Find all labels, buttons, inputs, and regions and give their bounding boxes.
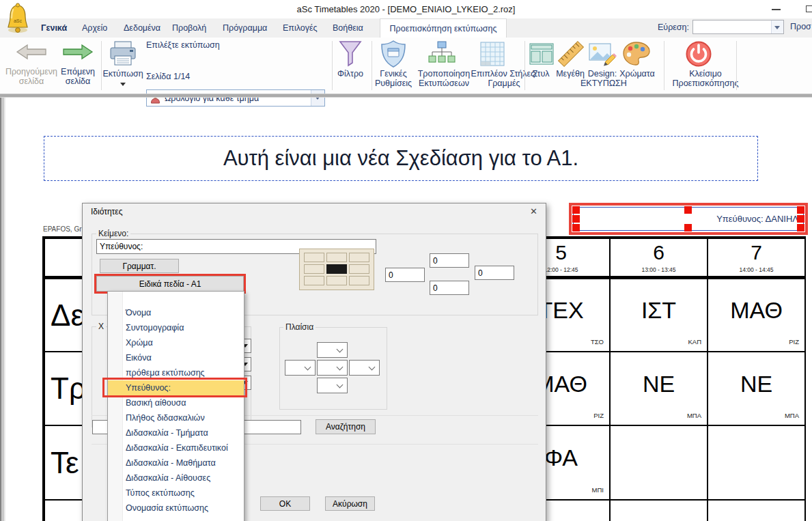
margin-right-input[interactable]	[475, 266, 514, 280]
align-top-center[interactable]	[326, 253, 347, 262]
design-heading-text: Αυτή είναι μια νέα Σχεδίαση για το Α1.	[223, 146, 578, 171]
resize-handle[interactable]	[797, 224, 804, 231]
menu-voitheia[interactable]: Βοήθεια	[333, 18, 363, 38]
find-input[interactable]	[694, 21, 770, 33]
menu-item-print-name[interactable]: Ονομασία εκτύπωσης	[108, 501, 244, 516]
frame-bottom-combo[interactable]	[317, 378, 348, 393]
resize-handle[interactable]	[684, 206, 692, 214]
ribbon-divider	[0, 94, 812, 98]
menu-item-color[interactable]: Χρώμα	[108, 335, 244, 350]
colors-button[interactable]: Χρώματα	[617, 69, 657, 79]
search-button[interactable]: Αναζήτηση	[316, 419, 376, 434]
frame-center-combo[interactable]	[317, 360, 348, 376]
align-top-right[interactable]	[349, 253, 369, 262]
align-top-left[interactable]	[304, 253, 324, 262]
filter-button[interactable]: Φίλτρο	[332, 69, 369, 79]
lesson-cell[interactable]: ΝΕΜΠΑ	[708, 352, 804, 425]
alignment-grid	[299, 249, 374, 290]
align-bottom-left[interactable]	[304, 276, 324, 285]
general-settings-shield-icon	[378, 39, 409, 69]
design-heading-box[interactable]: Αυτή είναι μια νέα Σχεδίαση για το Α1.	[44, 136, 758, 181]
frame-left-combo[interactable]	[285, 360, 316, 376]
align-middle-right[interactable]	[349, 264, 369, 274]
menu-arxeio[interactable]: Αρχείο	[82, 18, 107, 38]
lesson-cell[interactable]: ΝΕΜΠΑ	[611, 352, 707, 425]
menu-provoli[interactable]: Προβολή	[172, 18, 206, 38]
title-bar: aSc Timetables 2020 - [DEMO_ENIAIO_LYKEI…	[0, 0, 812, 18]
print-button[interactable]: Εκτύπωση	[101, 69, 145, 79]
day-label-monday: Δε	[51, 279, 84, 351]
close-icon[interactable]: ✕	[530, 206, 537, 216]
resize-handle[interactable]	[684, 224, 692, 231]
find-combo[interactable]	[692, 20, 784, 34]
menu-item-lesson-teachers[interactable]: Διδασκαλία - Εκαπιδευτικοί	[108, 440, 244, 455]
page-indicator: Σελίδα 1/14	[146, 72, 214, 81]
special-fields-button[interactable]: Ειδικά πεδία - Α1	[96, 276, 244, 292]
menu-programma[interactable]: Πρόγραμμα	[223, 18, 267, 38]
menu-item-picture[interactable]: Εικόνα	[108, 350, 244, 365]
find-dropdown-icon[interactable]	[771, 20, 783, 33]
cancel-button[interactable]: Ακύρωση	[325, 496, 375, 511]
frame-right-combo[interactable]	[349, 360, 380, 376]
day-label-wednesday: Τε	[51, 426, 79, 499]
preview-left-edge	[0, 98, 5, 521]
menu-item-print-type[interactable]: Τύπος εκτύπωσης	[108, 485, 244, 501]
maximize-icon[interactable]	[806, 5, 812, 12]
align-bottom-right[interactable]	[349, 276, 369, 285]
menu-item-home-classroom[interactable]: Βασική αίθουσα	[108, 395, 244, 410]
font-button[interactable]: Γραμματ.	[100, 259, 179, 273]
text-group-label: Κείμενο:	[96, 229, 130, 238]
next-page-arrow-icon	[59, 40, 97, 64]
epafos-watermark: EPAFOS, Gr	[43, 225, 82, 233]
asc-bell-logo-icon[interactable]: aSc	[5, 1, 30, 36]
menu-item-lesson-count[interactable]: Πλήθος διδασκαλιών	[108, 410, 244, 425]
tab-print-preview[interactable]: Προεπισκόπηση εκτύπωσης	[380, 18, 507, 38]
modify-prints-tree-icon	[425, 39, 459, 69]
align-bottom-center[interactable]	[326, 276, 347, 285]
extra-columns-grid-icon	[477, 39, 508, 69]
menu-dedomena[interactable]: Δεδομένα	[124, 18, 160, 38]
resize-handle[interactable]	[572, 206, 580, 214]
lesson-cell[interactable]	[708, 426, 804, 499]
lesson-cell[interactable]: ΙΣΤΚΑΠ	[611, 279, 707, 351]
menu-epiloges[interactable]: Επιλογές	[283, 18, 318, 38]
resize-handle[interactable]	[572, 224, 580, 231]
next-page-button[interactable]: Επόμενη σελίδα	[57, 67, 98, 86]
align-middle-center[interactable]	[326, 264, 347, 274]
general-settings-button[interactable]: Γενικές Ρυθμίσεις	[371, 69, 416, 88]
window-title: aSc Timetables 2020 - [DEMO_ENIAIO_LYKEI…	[0, 4, 812, 14]
find-label: Εύρεση:	[658, 23, 689, 32]
margin-top-input[interactable]	[430, 253, 469, 268]
margin-left-input[interactable]	[385, 268, 425, 282]
menu-item-lesson-classes[interactable]: Διδασκαλία - Τμήματα	[108, 425, 244, 440]
print-type-dropdown-icon[interactable]	[311, 90, 324, 106]
ok-button[interactable]: OK	[260, 496, 310, 511]
selected-field-box[interactable]: Υπεύθυνος: ΔΑΝΙΗΛ	[569, 203, 808, 235]
align-middle-left[interactable]	[304, 264, 324, 274]
minimize-icon[interactable]	[772, 9, 781, 10]
selected-field-text: Υπεύθυνος: ΔΑΝΙΗΛ	[716, 206, 798, 232]
menu-genika[interactable]: Γενικά	[41, 18, 67, 38]
lesson-cell[interactable]: ΜΑΘΡΙΖ	[708, 279, 804, 351]
close-preview-button[interactable]: Κλείσιμο Προεπισκόπησης	[668, 69, 743, 88]
print-type-combo[interactable]: Ωρολόγιο για κάθε τμήμα	[146, 89, 325, 107]
select-print-label: Επιλέξτε εκτύπωση	[146, 40, 255, 50]
resize-handle[interactable]	[572, 215, 580, 223]
resize-handle[interactable]	[797, 215, 804, 223]
modify-prints-button[interactable]: Τροποποίηση Εκτυπώσεων	[414, 69, 474, 88]
print-icon	[107, 39, 139, 69]
design-picture-icon	[587, 40, 617, 68]
frame-top-combo[interactable]	[317, 342, 348, 358]
menu-item-abbreviation[interactable]: Συντομογραφία	[108, 320, 244, 335]
highlighted-item-red-outline	[102, 378, 247, 397]
lesson-cell[interactable]	[611, 426, 707, 499]
close-preview-power-icon	[683, 39, 714, 69]
menu-item-name[interactable]: Όνομα	[108, 305, 244, 320]
menu-item-lesson-classrooms[interactable]: Διδασκαλία - Αίθουσες	[108, 470, 244, 485]
resize-handle[interactable]	[797, 206, 804, 214]
margin-bottom-input[interactable]	[430, 281, 469, 295]
menu-item-lesson-subjects[interactable]: Διδασκαλία - Μαθήματα	[108, 455, 244, 470]
ribbon-toolbar: Προηγούμενη σελίδα Επόμενη σελίδα Εκτύπω…	[0, 38, 812, 94]
filter-icon	[335, 39, 366, 69]
dialog-title: Ιδιότητες	[91, 207, 122, 216]
